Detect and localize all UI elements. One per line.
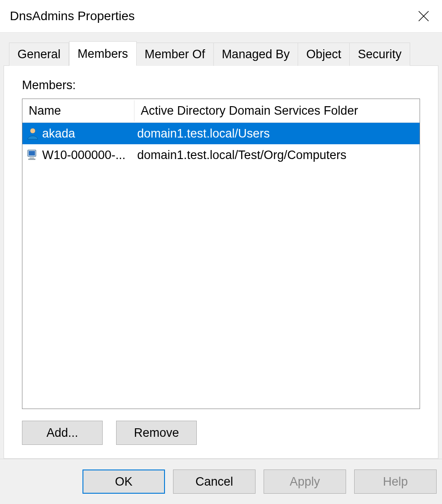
tab-managed-by[interactable]: Managed By bbox=[214, 43, 299, 66]
members-listview[interactable]: Name Active Directory Domain Services Fo… bbox=[22, 99, 420, 409]
tab-object[interactable]: Object bbox=[298, 43, 350, 66]
remove-button[interactable]: Remove bbox=[116, 421, 197, 445]
dialog-body: General Members Member Of Managed By Obj… bbox=[0, 33, 442, 459]
svg-rect-4 bbox=[29, 151, 35, 155]
svg-rect-6 bbox=[28, 159, 35, 160]
ok-button[interactable]: OK bbox=[82, 470, 165, 494]
column-header-folder[interactable]: Active Directory Domain Services Folder bbox=[134, 100, 420, 121]
tab-strip: General Members Member Of Managed By Obj… bbox=[3, 41, 439, 65]
window-title: DnsAdmins Properties bbox=[10, 9, 135, 23]
column-header-name[interactable]: Name bbox=[22, 100, 134, 121]
dialog-button-row: OK Cancel Apply Help bbox=[0, 459, 442, 504]
titlebar: DnsAdmins Properties bbox=[0, 0, 442, 33]
list-item[interactable]: W10-000000-... domain1.test.local/Test/O… bbox=[22, 144, 420, 166]
list-item[interactable]: akada domain1.test.local/Users bbox=[22, 123, 420, 144]
member-name: akada bbox=[42, 127, 75, 141]
computer-icon bbox=[25, 147, 40, 163]
listview-rows: akada domain1.test.local/Users bbox=[22, 123, 420, 409]
tab-general[interactable]: General bbox=[9, 43, 69, 66]
member-folder: domain1.test.local/Test/Org/Computers bbox=[134, 148, 420, 162]
properties-dialog: DnsAdmins Properties General Members Mem… bbox=[0, 0, 442, 504]
tab-members[interactable]: Members bbox=[69, 41, 137, 66]
listview-header: Name Active Directory Domain Services Fo… bbox=[22, 99, 420, 123]
member-name: W10-000000-... bbox=[42, 148, 126, 162]
apply-button[interactable]: Apply bbox=[264, 470, 346, 494]
tab-panel-members: Members: Name Active Directory Domain Se… bbox=[4, 65, 438, 459]
members-action-row: Add... Remove bbox=[22, 421, 420, 445]
tab-security[interactable]: Security bbox=[350, 43, 410, 66]
cancel-button[interactable]: Cancel bbox=[173, 470, 256, 494]
close-button[interactable] bbox=[418, 10, 429, 22]
help-button[interactable]: Help bbox=[354, 470, 437, 494]
svg-rect-5 bbox=[30, 157, 34, 159]
members-label: Members: bbox=[22, 78, 420, 92]
tab-member-of[interactable]: Member Of bbox=[137, 43, 214, 66]
member-folder: domain1.test.local/Users bbox=[134, 127, 420, 141]
svg-point-2 bbox=[30, 128, 35, 134]
close-icon bbox=[418, 10, 429, 22]
add-button[interactable]: Add... bbox=[22, 421, 103, 445]
user-icon bbox=[25, 126, 40, 141]
